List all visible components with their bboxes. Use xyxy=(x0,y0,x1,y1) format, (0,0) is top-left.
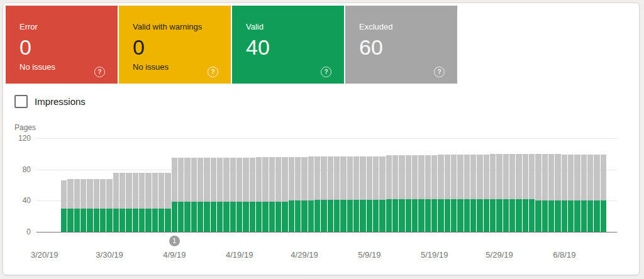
chart-bar[interactable] xyxy=(295,157,301,232)
chart-bar[interactable] xyxy=(256,157,262,232)
chart-bar[interactable] xyxy=(119,173,125,232)
excluded-segment xyxy=(523,154,528,199)
chart-bar[interactable] xyxy=(314,156,320,232)
chart-bar[interactable] xyxy=(464,155,470,232)
chart-bar[interactable] xyxy=(191,158,197,232)
excluded-segment xyxy=(230,158,236,202)
y-tick-label: 120 xyxy=(8,134,31,143)
chart-bar[interactable] xyxy=(100,179,106,232)
chart-bar[interactable] xyxy=(425,155,431,232)
chart-bar[interactable] xyxy=(301,157,307,232)
chart-bar[interactable] xyxy=(308,156,314,232)
chart-bar[interactable] xyxy=(340,156,346,232)
excluded-segment xyxy=(204,158,209,202)
chart-bar[interactable] xyxy=(80,179,86,232)
chart-bar[interactable] xyxy=(74,179,80,232)
chart-bar[interactable] xyxy=(367,156,372,232)
chart-bar[interactable] xyxy=(230,158,236,232)
excluded-segment xyxy=(87,179,92,209)
valid-segment xyxy=(562,200,567,232)
excluded-segment xyxy=(334,156,340,200)
chart-bar[interactable] xyxy=(360,156,365,232)
valid-segment xyxy=(484,199,489,232)
chart-bar[interactable] xyxy=(353,156,359,232)
chart-bar[interactable] xyxy=(94,179,99,232)
chart-bar[interactable] xyxy=(373,156,379,232)
chart-bar[interactable] xyxy=(328,156,333,232)
chart-bar[interactable] xyxy=(574,155,580,232)
chart-bar[interactable] xyxy=(178,158,184,232)
chart-bar[interactable] xyxy=(250,158,255,232)
chart-bar[interactable] xyxy=(165,173,170,232)
chart-bar[interactable] xyxy=(548,154,554,232)
valid-segment xyxy=(139,209,145,232)
chart-bar[interactable] xyxy=(211,158,216,232)
chart-bar[interactable] xyxy=(386,155,392,232)
chart-bar[interactable] xyxy=(262,157,268,232)
chart-bar[interactable] xyxy=(126,173,131,232)
chart-bar[interactable] xyxy=(451,155,457,232)
chart-bar[interactable] xyxy=(412,155,418,232)
chart-bar[interactable] xyxy=(139,173,145,232)
excluded-segment xyxy=(126,173,131,209)
chart-bar[interactable] xyxy=(594,155,599,232)
chart-bar[interactable] xyxy=(113,173,119,232)
valid-segment xyxy=(367,200,372,232)
chart-bar[interactable] xyxy=(158,173,164,232)
chart-bar[interactable] xyxy=(392,155,398,232)
chart-bar[interactable] xyxy=(503,154,509,232)
issue-marker[interactable]: 1 xyxy=(169,236,180,246)
chart-bar[interactable] xyxy=(172,158,177,232)
chart-bar[interactable] xyxy=(204,158,209,232)
chart-bar[interactable] xyxy=(152,173,158,232)
chart-bar[interactable] xyxy=(236,158,242,232)
chart-bar[interactable] xyxy=(496,154,502,232)
chart-bar[interactable] xyxy=(484,155,489,232)
chart-bar[interactable] xyxy=(399,155,404,232)
chart-bar[interactable] xyxy=(438,155,443,232)
chart-bar[interactable] xyxy=(581,155,587,232)
chart-bar[interactable] xyxy=(587,155,593,232)
chart-bar[interactable] xyxy=(347,156,353,232)
chart-bar[interactable] xyxy=(217,158,223,232)
chart-bar[interactable] xyxy=(601,155,606,232)
chart-bar[interactable] xyxy=(106,179,112,232)
chart-bar[interactable] xyxy=(184,158,190,232)
chart-bar[interactable] xyxy=(509,154,515,232)
chart-bar[interactable] xyxy=(555,154,560,232)
chart-bar[interactable] xyxy=(445,155,450,232)
chart-bar[interactable] xyxy=(470,155,476,232)
chart-bar[interactable] xyxy=(197,158,203,232)
chart-bar[interactable] xyxy=(477,155,482,232)
chart-bar[interactable] xyxy=(282,157,287,232)
chart-bar[interactable] xyxy=(418,155,424,232)
chart-bar[interactable] xyxy=(289,157,294,232)
chart-bar[interactable] xyxy=(490,154,496,232)
chart-bar[interactable] xyxy=(529,154,535,232)
x-axis-line xyxy=(36,232,617,232)
valid-segment xyxy=(360,200,365,232)
excluded-segment xyxy=(211,158,216,202)
excluded-segment xyxy=(236,158,242,202)
chart-bar[interactable] xyxy=(431,155,437,232)
chart-bar[interactable] xyxy=(223,158,229,232)
chart-bar[interactable] xyxy=(67,179,73,232)
chart-bar[interactable] xyxy=(379,156,385,232)
chart-bar[interactable] xyxy=(275,157,281,232)
chart-bar[interactable] xyxy=(523,154,528,232)
chart-bar[interactable] xyxy=(457,155,463,232)
chart-bar[interactable] xyxy=(243,158,248,232)
chart-bar[interactable] xyxy=(133,173,138,232)
chart-bar[interactable] xyxy=(334,156,340,232)
chart-bar[interactable] xyxy=(406,155,411,232)
chart-bar[interactable] xyxy=(321,156,326,232)
chart-bar[interactable] xyxy=(61,180,67,232)
chart-bar[interactable] xyxy=(269,157,275,232)
chart-bar[interactable] xyxy=(87,179,92,232)
chart-bar[interactable] xyxy=(542,154,548,232)
chart-bar[interactable] xyxy=(562,155,567,232)
chart-bar[interactable] xyxy=(535,154,541,232)
chart-bar[interactable] xyxy=(145,173,151,232)
chart-bar[interactable] xyxy=(516,154,521,232)
chart-bar[interactable] xyxy=(568,155,574,232)
